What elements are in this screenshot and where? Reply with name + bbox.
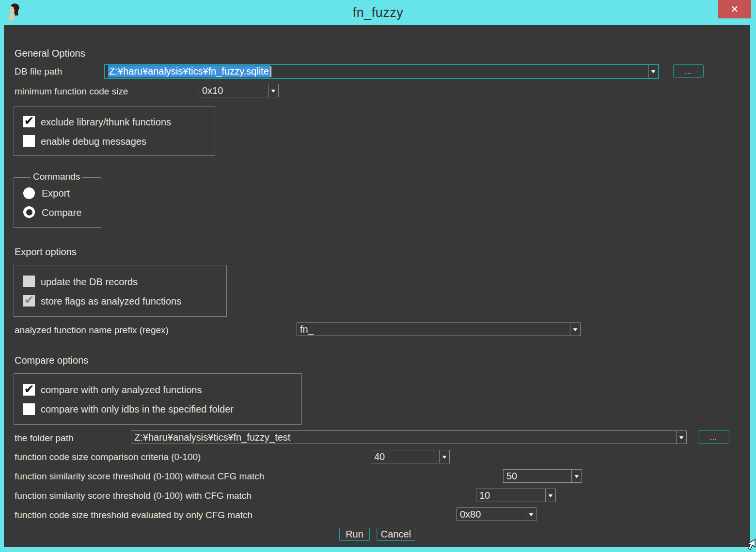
exclude-library-label[interactable]: exclude library/thunk functions (41, 117, 171, 128)
folder-path-browse-button[interactable]: ... (698, 430, 729, 444)
exclude-library-checkbox[interactable]: ✔ (23, 116, 35, 127)
check-icon: ✔ (24, 383, 34, 395)
compare-radio-label[interactable]: Compare (42, 207, 81, 218)
without-cfg-combobox[interactable]: 50 ▼ (503, 469, 582, 483)
prefix-combobox[interactable]: fn_ ▼ (297, 322, 581, 336)
chevron-down-icon: ▼ (270, 88, 277, 93)
size-threshold-dropdown[interactable]: ▼ (526, 508, 536, 521)
folder-path-label: the folder path (15, 433, 73, 444)
min-code-size-value[interactable]: 0x10 (199, 84, 268, 97)
run-button[interactable]: Run (339, 528, 370, 541)
db-file-path-dropdown[interactable]: ▼ (648, 65, 658, 78)
compare-idbs-label[interactable]: compare with only idbs in the specified … (41, 404, 234, 415)
folder-path-combobox[interactable]: Z:¥haru¥analysis¥tics¥fn_fuzzy_test ▼ (131, 430, 687, 444)
folder-path-dropdown[interactable]: ▼ (676, 431, 686, 444)
db-file-path-label: DB file path (15, 66, 62, 77)
chevron-down-icon: ▼ (573, 474, 580, 479)
enable-debug-label[interactable]: enable debug messages (41, 136, 146, 147)
export-checkbox-group (14, 265, 227, 317)
size-threshold-combobox[interactable]: 0x80 ▼ (457, 507, 536, 521)
compare-options-heading: Compare options (15, 355, 88, 366)
with-cfg-label: function similarity score threshold (0-1… (15, 491, 252, 501)
export-options-heading: Export options (15, 246, 77, 258)
export-radio-label[interactable]: Export (42, 188, 70, 199)
commands-group-caption: Commands (31, 171, 82, 182)
compare-checkbox-group (14, 373, 302, 425)
db-file-path-combobox[interactable]: Z:¥haru¥analysis¥tics¥fn_fuzzy.sqlite ▼ (104, 64, 659, 79)
compare-idbs-checkbox[interactable]: ✔ (23, 403, 35, 415)
export-radio[interactable] (23, 187, 35, 199)
folder-path-value[interactable]: Z:¥haru¥analysis¥tics¥fn_fuzzy_test (131, 431, 676, 444)
without-cfg-dropdown[interactable]: ▼ (571, 470, 582, 482)
compare-analyzed-label[interactable]: compare with only analyzed functions (41, 384, 202, 396)
cancel-button[interactable]: Cancel (377, 528, 415, 541)
size-threshold-value[interactable]: 0x80 (457, 508, 526, 521)
chevron-down-icon: ▼ (441, 454, 448, 460)
chevron-down-icon: ▼ (650, 69, 657, 74)
store-flags-label[interactable]: store flags as analyzed functions (41, 296, 181, 307)
without-cfg-label: function similarity score threshold (0-1… (15, 471, 264, 482)
update-db-records-checkbox[interactable]: ✔ (23, 276, 35, 287)
compare-analyzed-checkbox[interactable]: ✔ (23, 384, 35, 396)
db-file-path-browse-button[interactable]: ... (673, 64, 704, 78)
commands-group: Commands (14, 177, 101, 228)
criteria-combobox[interactable]: 40 ▼ (371, 450, 450, 463)
chevron-down-icon: ▼ (547, 493, 554, 498)
prefix-label: analyzed function name prefix (regex) (15, 325, 169, 336)
size-threshold-label: function code size threshold evaluated b… (15, 510, 252, 521)
enable-debug-checkbox[interactable]: ✔ (23, 135, 35, 147)
store-flags-checkbox[interactable]: ✔ (23, 295, 35, 307)
titlebar[interactable]: fn_fuzzy ✕ (0, 0, 756, 25)
db-file-path-value[interactable]: Z:¥haru¥analysis¥tics¥fn_fuzzy.sqlite (105, 65, 648, 78)
compare-radio[interactable] (23, 206, 35, 218)
chevron-down-icon: ▼ (572, 327, 579, 332)
min-code-size-dropdown[interactable]: ▼ (268, 84, 278, 97)
window-title: fn_fuzzy (0, 5, 756, 20)
prefix-value[interactable]: fn_ (297, 323, 570, 336)
update-db-records-label[interactable]: update the DB records (41, 276, 138, 288)
mouse-cursor (744, 538, 756, 551)
general-options-heading: General Options (15, 48, 85, 59)
fn-fuzzy-dialog: fn_fuzzy ✕ General Options DB file path … (0, 0, 756, 552)
text-caret (270, 66, 271, 77)
general-checkbox-group (14, 107, 215, 156)
criteria-value[interactable]: 40 (371, 450, 439, 463)
with-cfg-dropdown[interactable]: ▼ (545, 489, 555, 502)
check-icon: ✔ (24, 115, 34, 127)
chevron-down-icon: ▼ (528, 512, 535, 517)
check-icon: ✔ (24, 294, 34, 306)
with-cfg-combobox[interactable]: 10 ▼ (476, 489, 556, 502)
min-code-size-label: minimum function code size (15, 86, 128, 97)
criteria-label: function code size comparison criteria (… (15, 452, 201, 462)
prefix-dropdown[interactable]: ▼ (570, 323, 580, 336)
without-cfg-value[interactable]: 50 (504, 470, 571, 482)
chevron-down-icon: ▼ (678, 435, 685, 440)
radio-dot (26, 209, 32, 215)
close-button[interactable]: ✕ (718, 0, 751, 18)
criteria-dropdown[interactable]: ▼ (439, 450, 449, 463)
with-cfg-value[interactable]: 10 (476, 489, 545, 502)
min-code-size-combobox[interactable]: 0x10 ▼ (199, 84, 279, 97)
